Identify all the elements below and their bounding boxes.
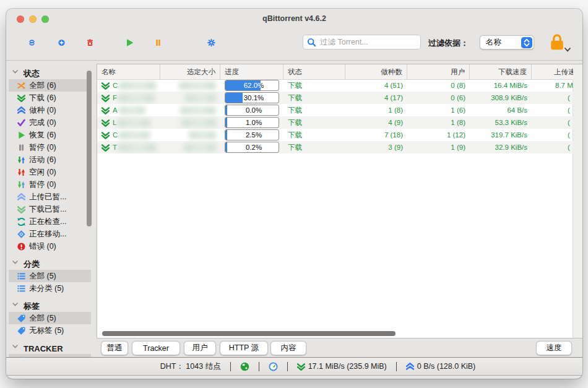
detail-tab-用户[interactable]: 用户 (184, 341, 216, 355)
sidebar-section-TRACKER[interactable]: TRACKER (6, 343, 96, 354)
column-header-dlspeed[interactable]: 下载速度 (470, 64, 532, 79)
diamond-icon (17, 230, 25, 238)
speed-tab[interactable]: 速度 (536, 341, 572, 355)
toolbar: 过滤依据： 名称 (6, 27, 582, 61)
play-big-icon (126, 33, 134, 41)
add-torrent-file-button[interactable] (52, 33, 71, 52)
sidebar-item-label: 空闲 (0) (29, 167, 56, 178)
download-speed-cell: 16.4 MiB/s (470, 79, 532, 92)
progress-label: 0.2% (225, 142, 227, 152)
sidebar-item-恢复 (6)[interactable]: 恢复 (6) (9, 129, 91, 141)
refresh-icon (17, 218, 25, 226)
detail-tab-Tracker[interactable]: Tracker (132, 341, 180, 355)
speed-limits-icon[interactable] (269, 362, 278, 371)
sidebar-item-无标签 (5)[interactable]: 无标签 (5) (9, 324, 91, 337)
search-box[interactable] (303, 35, 421, 50)
status-cell: 下载 (283, 141, 345, 153)
chevron-down-icon (12, 345, 20, 353)
upload-arrows-icon (406, 363, 414, 371)
downloading-status-icon (102, 82, 110, 90)
sidebar-item-错误 (0)[interactable]: 错误 (0) (9, 240, 91, 252)
status-cell: 下载 (283, 92, 345, 104)
sidebar-item-暂停 (0)[interactable]: 暂停 (0) (9, 141, 91, 153)
torrent-name-cell: C (97, 129, 160, 141)
sidebar-item-未分类 (5)[interactable]: 未分类 (5) (9, 282, 91, 295)
sidebar-item-正在检查...[interactable]: 正在检查... (9, 215, 91, 228)
sidebar-item-全部 (6)[interactable]: 全部 (6) (9, 79, 91, 92)
torrent-row[interactable]: A0.0%0.0%下载1 (8)1 (6)64 B/s( (97, 104, 573, 116)
sidebar-item-做种 (0)[interactable]: 做种 (0) (9, 104, 91, 116)
blurred-torrent-name (119, 106, 145, 114)
downloading-status-icon (102, 106, 110, 114)
progress-cell: 2.5%2.5% (220, 129, 283, 141)
preferences-button[interactable] (202, 33, 220, 52)
sidebar-item-活动 (6)[interactable]: 活动 (6) (9, 153, 91, 166)
progress-cell: 0.0%0.0% (220, 104, 283, 116)
sidebar-item-空闲 (0)[interactable]: 空闲 (0) (9, 166, 91, 178)
torrent-name-initial: T (113, 141, 117, 153)
torrent-name-initial: C (113, 129, 118, 141)
sidebar-section-分类[interactable]: 分类 (6, 259, 96, 270)
column-header-progress[interactable]: 进度 (220, 64, 283, 79)
column-header-name[interactable]: 名称 (97, 64, 160, 79)
column-header-seeds[interactable]: 做种数 (345, 64, 407, 79)
torrent-row[interactable]: T0.2%0.2%下载3 (9)1 (9)32.9 KiB/s( (97, 141, 573, 153)
detail-tab-普通[interactable]: 普通 (101, 341, 128, 355)
column-header-size[interactable]: 选定大小 (160, 64, 220, 79)
sidebar-scrollbar[interactable] (87, 71, 92, 226)
sidebar-item-label: 正在移动... (29, 229, 66, 239)
chevron-down-icon (12, 303, 20, 311)
title-bar[interactable]: qBittorrent v4.6.2 (6, 9, 582, 27)
torrent-row[interactable]: C2.5%2.5%下载7 (18)1 (12)319.7 KiB/s( (97, 129, 573, 141)
sidebar-item-完成 (0)[interactable]: 完成 (0) (9, 116, 91, 129)
add-torrent-link-button[interactable] (22, 33, 41, 52)
total-download-speed: 17.1 MiB/s (235.9 MiB) (297, 362, 387, 371)
column-header-peers[interactable]: 用户 (407, 64, 470, 79)
torrent-row[interactable]: L1.0%1.0%下载4 (9)1 (8)53.3 KiB/s( (97, 116, 573, 129)
progress-label: 2.5% (225, 130, 227, 140)
sidebar-item-下载已暂...[interactable]: 下载已暂... (9, 203, 91, 215)
connection-status-icon[interactable] (240, 362, 249, 371)
total-upload-speed: 0 B/s (128.0 KiB) (406, 362, 476, 371)
downloading-status-icon (102, 144, 110, 152)
resume-torrent-button[interactable] (120, 33, 139, 52)
torrent-name-cell: T (97, 141, 160, 153)
detail-tab-HTTP 源[interactable]: HTTP 源 (220, 341, 268, 355)
column-header-status[interactable]: 状态 (283, 64, 345, 79)
filter-select[interactable]: 名称 (480, 35, 534, 50)
search-input[interactable] (319, 37, 414, 47)
lock-button[interactable] (548, 33, 569, 54)
progress-label: 1.0% (225, 118, 282, 127)
delete-torrent-button[interactable] (80, 33, 99, 52)
column-header-upspeed[interactable]: 上传速度 (532, 64, 573, 79)
detail-tab-内容[interactable]: 内容 (270, 341, 306, 355)
peers-cell: 1 (8) (407, 116, 470, 129)
sidebar-section-标签[interactable]: 标签 (6, 301, 96, 312)
sidebar-item-下载 (6)[interactable]: 下载 (6) (9, 92, 91, 104)
sidebar-item-正在移动...[interactable]: 正在移动... (9, 228, 91, 240)
sidebar-item-全部 (5)[interactable]: 全部 (5) (9, 270, 91, 282)
table-header: 名称选定大小进度状态做种数用户下载速度上传速度 (97, 64, 573, 80)
sidebar-item-全部 (5)[interactable]: 全部 (5) (9, 312, 91, 324)
horizontal-scrollbar[interactable] (102, 331, 396, 336)
sidebar-section-状态[interactable]: 状态 (6, 68, 96, 79)
sidebar-item-label: 恢复 (6) (29, 130, 56, 140)
sidebar: 状态全部 (6)下载 (6)做种 (0)完成 (0)恢复 (6)暂停 (0)活动… (6, 61, 96, 357)
torrent-row[interactable]: F30.1%30.1%下载4 (17)0 (6)308.9 KiB/s( (97, 92, 573, 104)
progress-bar: 0.0%0.0% (225, 105, 279, 116)
torrent-row[interactable]: C62.0%62.0%下载4 (51)0 (8)16.4 MiB/s8.7 M (97, 79, 573, 92)
blurred-torrent-name (118, 144, 156, 152)
pause-sm-icon (17, 144, 25, 152)
sidebar-item-label: 正在检查... (29, 217, 66, 227)
sidebar-item-暂停 (0)[interactable]: 暂停 (0) (9, 178, 91, 191)
section-title: 分类 (24, 259, 40, 270)
upload-speed-cell: ( (532, 116, 573, 129)
sidebar-item-label: 下载 (6) (29, 93, 56, 103)
lock-icon (548, 33, 566, 51)
sidebar-item-上传已暂...[interactable]: 上传已暂... (9, 191, 91, 203)
section-title: 状态 (24, 68, 40, 79)
progress-bar: 30.1%30.1% (225, 92, 279, 103)
pause-torrent-button[interactable] (149, 33, 167, 52)
vertical-scrollbar-track[interactable] (573, 64, 582, 338)
sidebar-item-label: 暂停 (0) (29, 179, 56, 190)
